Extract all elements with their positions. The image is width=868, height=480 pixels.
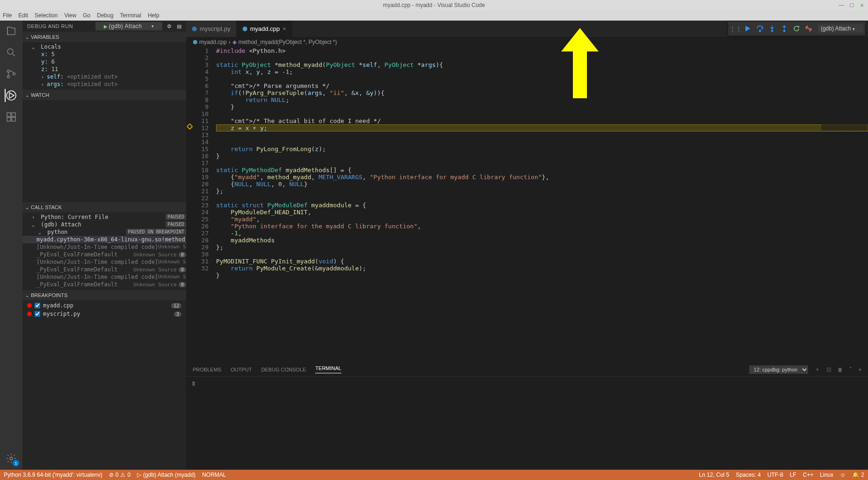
variable-row[interactable]: ›args: <optimized out>	[22, 80, 186, 88]
source-control-icon[interactable]	[5, 67, 18, 80]
svg-rect-5	[7, 113, 11, 116]
cpp-file-icon: ⬢	[242, 25, 247, 32]
debug-toolbar-config[interactable]: (gdb) Attach ▾	[818, 24, 863, 33]
step-into-button[interactable]	[767, 23, 778, 34]
continue-button[interactable]	[742, 23, 753, 34]
status-language[interactable]: C++	[803, 472, 814, 478]
window-minimize-icon[interactable]: —	[838, 1, 845, 8]
status-vim-mode[interactable]: NORMAL	[202, 472, 226, 478]
callstack-section-header[interactable]: ⌄ CALL STACK	[22, 202, 186, 212]
drag-handle-icon[interactable]: ⋮⋮	[730, 23, 741, 34]
close-icon[interactable]: ×	[282, 25, 286, 32]
bottom-panel: PROBLEMS OUTPUT DEBUG CONSOLE TERMINAL 1…	[186, 362, 868, 470]
callstack-thread-child[interactable]: ⌄ python PAUSED ON BREAKPOINT	[22, 228, 186, 236]
tab-myadd[interactable]: ⬢ myadd.cpp ×	[237, 21, 292, 37]
menu-debug[interactable]: Debug	[97, 12, 113, 19]
step-out-button[interactable]	[779, 23, 790, 34]
breakpoints-section-header[interactable]: ⌄ BREAKPOINTS	[22, 290, 186, 300]
status-problems[interactable]: ⊘ 0 ⚠ 0	[109, 472, 130, 478]
breakpoint-dot-icon	[27, 303, 32, 308]
restart-button[interactable]	[791, 23, 802, 34]
stack-frame[interactable]: _PyEval_EvalFrameDefaultUnknown Source0	[22, 266, 186, 273]
kill-terminal-icon[interactable]: 🗑	[838, 367, 843, 372]
watch-section-header[interactable]: ⌄ WATCH	[22, 90, 186, 100]
panel-tab-output[interactable]: OUTPUT	[231, 367, 252, 372]
stack-frame[interactable]: _PyEval_EvalFrameDefaultUnknown Source0	[22, 251, 186, 258]
gear-icon[interactable]: ⚙	[167, 23, 172, 29]
status-feedback-icon[interactable]: ☺	[840, 472, 846, 478]
menu-terminal[interactable]: Terminal	[120, 12, 141, 19]
panel-tab-terminal[interactable]: TERMINAL	[315, 365, 341, 373]
breakpoint-checkbox[interactable]	[35, 311, 40, 317]
stack-frame[interactable]: [Unknown/Just-In-Time compiled code]Unkn…	[22, 243, 186, 251]
panel-tab-problems[interactable]: PROBLEMS	[193, 367, 221, 372]
menubar: File Edit Selection View Go Debug Termin…	[0, 10, 868, 21]
svg-point-10	[759, 30, 760, 32]
split-terminal-icon[interactable]: ◫	[826, 366, 831, 372]
status-cursor-pos[interactable]: Ln 12, Col 5	[699, 472, 730, 478]
window-maximize-icon[interactable]: ▢	[848, 1, 855, 8]
callstack-thread[interactable]: › Python: Current File PAUSED	[22, 213, 186, 221]
breakpoint-checkbox[interactable]	[35, 303, 40, 308]
status-eol[interactable]: LF	[790, 472, 796, 478]
menu-help[interactable]: Help	[148, 12, 159, 19]
chevron-right-icon: ›	[229, 39, 231, 45]
variable-row[interactable]: ›self: <optimized out>	[22, 73, 186, 80]
debug-toolbar[interactable]: ⋮⋮ (gdb	[728, 22, 865, 36]
status-indent[interactable]: Spaces: 4	[736, 472, 760, 478]
variable-row[interactable]: z: 11	[22, 65, 186, 73]
breakpoint-row[interactable]: myscript.py 3	[22, 310, 186, 318]
method-icon: ◈	[232, 39, 237, 45]
menu-view[interactable]: View	[64, 12, 76, 19]
window-close-icon[interactable]: ⨉	[859, 1, 865, 8]
callstack-thread[interactable]: ⌄ (gdb) Attach PAUSED	[22, 221, 186, 228]
terminal-selector[interactable]: 12: cppdbg: python	[749, 365, 808, 374]
variables-scope[interactable]: ⌄ Locals	[22, 43, 186, 51]
status-debug[interactable]: ▷ (gdb) Attach (myadd)	[137, 472, 195, 478]
menu-file[interactable]: File	[3, 12, 12, 19]
svg-rect-8	[12, 117, 15, 121]
panel-tab-debugconsole[interactable]: DEBUG CONSOLE	[261, 367, 306, 372]
stack-frame[interactable]: [Unknown/Just-In-Time compiled code]Unkn…	[22, 258, 186, 266]
cpp-file-icon: ⬢	[193, 39, 197, 45]
chevron-down-icon: ⌄	[25, 293, 29, 298]
search-icon[interactable]	[5, 46, 18, 59]
svg-rect-7	[7, 117, 11, 121]
sidebar-header: DEBUG AND RUN ▶ (gdb) Attach ▾ ⚙ ▤	[22, 21, 186, 32]
breadcrumb[interactable]: ⬢ myadd.cpp › ◈ method_myadd(PyObject *,…	[186, 37, 868, 47]
debug-icon[interactable]	[5, 89, 18, 102]
status-notifications[interactable]: 🔔 2	[852, 472, 864, 478]
maximize-panel-icon[interactable]: ˄	[849, 366, 852, 372]
stack-frame[interactable]: _PyEval_EvalFrameDefaultUnknown Source0	[22, 281, 186, 288]
status-encoding[interactable]: UTF-8	[767, 472, 783, 478]
variables-section-header[interactable]: ⌄ VARIABLES	[22, 32, 186, 42]
extensions-icon[interactable]	[5, 110, 18, 124]
chevron-right-icon: ›	[32, 215, 37, 220]
terminal-body[interactable]: ▯	[186, 377, 868, 470]
code-editor[interactable]: 1234567891011121314151617181920212223242…	[186, 47, 868, 362]
stack-frame[interactable]: myadd.cpython-36m-x86_64-linux-gnu.so!me…	[22, 236, 186, 243]
close-panel-icon[interactable]: ×	[859, 367, 861, 372]
stack-frame[interactable]: [Unknown/Just-In-Time compiled code]Unkn…	[22, 273, 186, 281]
debug-console-icon[interactable]: ▤	[177, 23, 182, 29]
disconnect-button[interactable]	[803, 23, 814, 34]
new-terminal-icon[interactable]: ＋	[815, 366, 820, 373]
tab-myscript[interactable]: ⬢ myscript.py	[186, 21, 237, 37]
variable-row[interactable]: y: 6	[22, 58, 186, 65]
minimap[interactable]	[821, 37, 868, 131]
settings-gear-icon[interactable]: 1	[5, 452, 18, 465]
svg-point-12	[783, 30, 785, 32]
status-os[interactable]: Linux	[820, 472, 833, 478]
explorer-icon[interactable]	[5, 24, 18, 37]
chevron-right-icon: ›	[41, 74, 47, 80]
menu-selection[interactable]: Selection	[35, 12, 58, 19]
chevron-down-icon: ▾	[853, 27, 855, 31]
step-over-button[interactable]	[754, 23, 766, 34]
debug-config-select[interactable]: ▶ (gdb) Attach ▾	[95, 22, 162, 30]
status-python[interactable]: Python 3.6.9 64-bit ('myadd': virtualenv…	[4, 472, 102, 478]
breakpoint-row[interactable]: myadd.cpp 12	[22, 301, 186, 310]
variable-row[interactable]: x: 5	[22, 51, 186, 58]
menu-edit[interactable]: Edit	[18, 12, 28, 19]
menu-go[interactable]: Go	[83, 12, 90, 19]
chevron-down-icon: ⌄	[32, 44, 37, 50]
